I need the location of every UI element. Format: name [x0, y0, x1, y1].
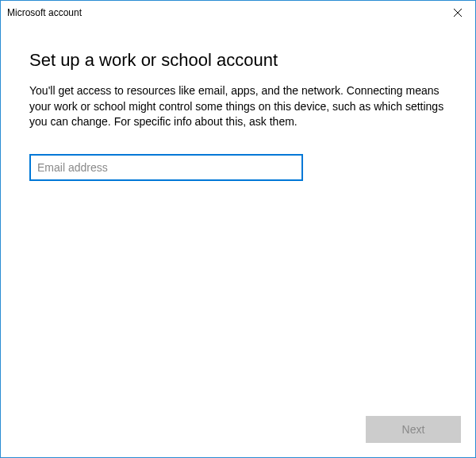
email-input[interactable] — [29, 154, 303, 181]
titlebar: Microsoft account — [1, 1, 475, 25]
description-text: You'll get access to resources like emai… — [29, 83, 447, 130]
close-icon — [454, 9, 462, 17]
window-title: Microsoft account — [7, 7, 82, 18]
next-button[interactable]: Next — [366, 416, 461, 443]
close-button[interactable] — [440, 1, 475, 25]
page-heading: Set up a work or school account — [29, 50, 447, 71]
footer: Next — [1, 416, 475, 457]
content-area: Set up a work or school account You'll g… — [1, 25, 475, 416]
dialog-window: Microsoft account Set up a work or schoo… — [0, 0, 476, 458]
